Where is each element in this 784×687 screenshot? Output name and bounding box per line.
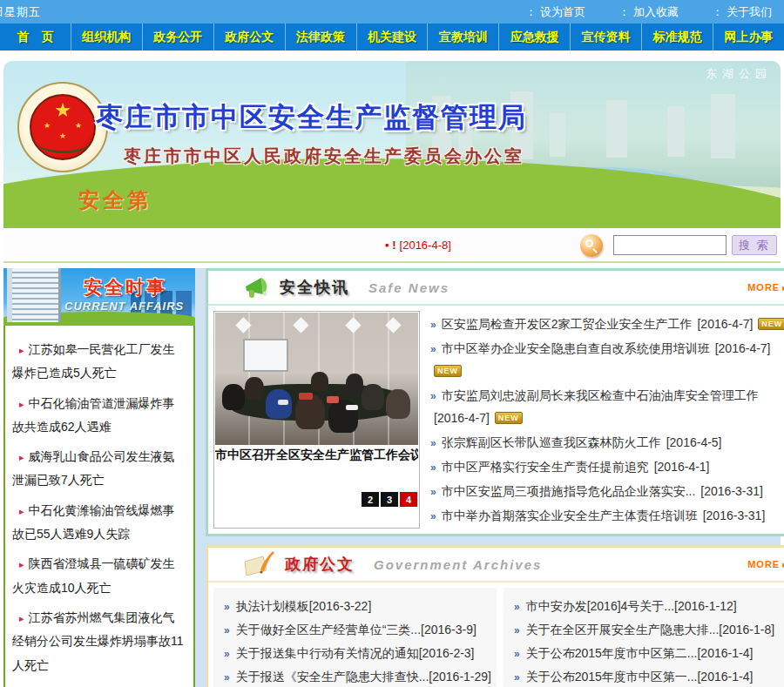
doc-link[interactable]: 关于在全区开展安全生产隐患大排... [526,623,720,636]
search-button[interactable]: 搜 索 [732,235,777,255]
list-item[interactable]: ▸中石化黄潍输油管线爆燃事故已55人遇难9人失踪 [12,499,186,547]
doc-link[interactable]: 关于做好全区生产经营单位“三类... [236,623,421,636]
news-link[interactable]: 市中区安监局三项措施指导危化品企业落实安... [442,484,696,498]
topbar-links: ：设为首页 ：加入收藏 ：关于我们 [525,4,772,20]
pager-button[interactable]: 2 [362,492,379,507]
news-date: [2016-4-7] [697,317,753,331]
nav-item-education-training[interactable]: 宣教培训 [428,24,499,51]
pager-button[interactable]: 3 [381,492,398,507]
nav-item-emergency-rescue[interactable]: 应急救援 [499,24,571,51]
nav-item-gov-affairs[interactable]: 政务公开 [143,24,214,51]
news-link[interactable]: 江苏如皋一民营化工厂发生爆炸已造成5人死亡 [12,342,175,380]
list-item[interactable]: »关于报送《安全生产隐患大排查快...[2016-1-29] [219,665,491,687]
list-item[interactable]: »关于做好全区生产经营单位“三类...[2016-3-9] [219,618,491,642]
list-item[interactable]: ▸陕西省澄城县一硫磺矿发生火灾造成10人死亡 [12,552,186,600]
bullet-icon: » [514,648,520,660]
list-item[interactable]: »关于在全区开展安全生产隐患大排...[2016-1-8] [509,618,784,642]
list-item[interactable]: »区安监局检查开发区2家工贸企业安全生产工作[2016-4-7]NEW [429,313,784,335]
main-column: 安全快讯 Safe News MORE▸ [206,268,784,687]
list-item[interactable]: ▸江苏省苏州燃气集团液化气经销分公司发生爆炸坍塌事故11人死亡 [12,606,186,677]
news-link[interactable]: 中石化输油管道泄漏爆炸事故共造成62人遇难 [12,396,175,434]
list-item[interactable]: »市中安办发[2016]4号关于...[2016-1-12] [509,595,784,618]
safe-news-body: 2 3 4 市中区召开全区安全生产监管工作会议 »区安监局检查开发区2家工贸企业… [208,306,784,534]
doc-link[interactable]: 关于公布2015年度市中区第一... [526,670,698,684]
main-nav: 首 页 组织机构 政务公开 政府公文 法律政策 机关建设 宣教培训 应急救援 宣… [0,24,784,51]
doc-link[interactable]: 关于报送《安全生产隐患大排查快... [236,670,429,684]
about-us-link[interactable]: ：关于我们 [712,4,772,20]
list-item[interactable]: »执法计划模板[2016-3-22] [219,595,491,618]
bullet-icon: ▸ [19,452,24,462]
more-link[interactable]: MORE▸ [747,282,784,293]
safe-news-panel: 安全快讯 Safe News MORE▸ [206,268,784,536]
banner: 东湖公园 ★ ★ ★ ★ 枣庄市市中区安全生产监督管理局 枣庄市市中区人民政府安… [3,61,781,228]
search-input[interactable] [613,235,727,255]
search-icon[interactable] [580,234,603,257]
list-item[interactable]: »关于公布2015年度市中区第二...[2016-1-4] [509,642,784,665]
star-icon: ★ [44,122,51,130]
list-item[interactable]: »市中区安监局三项措施指导危化品企业落实安...[2016-3-31] [429,480,784,502]
news-ticker[interactable]: ▪ ![2016-4-8] [385,239,451,252]
doc-date: [2016-1-4] [697,670,753,684]
list-item[interactable]: »市中举办首期落实企业安全生产主体责任培训班[2016-3-31] [429,504,784,527]
photo-slideshow[interactable]: 2 3 4 市中区召开全区安全生产监管工作会议 [213,311,420,529]
bullet-icon: ▸ [19,506,24,516]
add-favorites-link[interactable]: ：加入收藏 [618,4,679,20]
news-link[interactable]: 张宗辉副区长带队巡查我区森林防火工作 [442,435,661,449]
bullet-icon: » [430,437,436,449]
bullet-icon: ▸ [19,559,24,569]
meeting-photo [215,313,418,445]
banner-watermark: 东湖公园 [706,66,772,82]
doc-link[interactable]: 市中安办发[2016]4号关于... [526,599,674,613]
nav-item-home[interactable]: 首 页 [0,24,71,51]
photo-caption[interactable]: 市中区召开全区安全生产监管工作会议 [215,445,418,464]
news-link[interactable]: 区安监局检查开发区2家工贸企业安全生产工作 [442,317,693,331]
set-homepage-link[interactable]: ：设为首页 [525,4,585,20]
doc-link[interactable]: 执法计划模板 [236,599,309,613]
link-bullet-icon: ： [525,5,537,18]
more-label: MORE [747,559,780,569]
news-link[interactable]: 市中区严格实行安全生产责任提前追究 [442,460,649,474]
list-item[interactable]: »市中区严格实行安全生产责任提前追究[2016-4-1] [429,455,784,478]
content: 安全时事 CURRENT AFFAIRS ▸江苏如皋一民营化工厂发生爆炸已造成5… [3,268,781,687]
news-link[interactable]: 市中举办首期落实企业安全生产主体责任培训班 [442,509,698,522]
list-item[interactable]: ▸中石化输油管道泄漏爆炸事故共造成62人遇难 [12,392,186,440]
news-date: [2016-4-7] [434,411,490,425]
list-item[interactable]: »关于公布2015年度市中区第一...[2016-1-4] [509,665,784,687]
pager-button-active[interactable]: 4 [400,492,417,507]
news-link[interactable]: 陕西省澄城县一硫磺矿发生火灾造成10人死亡 [12,556,175,594]
magnifier-glass-icon [585,239,593,247]
list-item[interactable]: »市安监局刘忠波副局长来我区检查中石油油库安全管理工作[2016-4-7]NEW [429,384,784,429]
news-link[interactable]: 威海乳山食品公司发生液氨泄漏已致7人死亡 [12,449,175,487]
nav-item-gov-documents[interactable]: 政府公文 [214,24,286,51]
nav-item-publicity-materials[interactable]: 宣传资料 [571,24,642,51]
page: 日星期五 ：设为首页 ：加入收藏 ：关于我们 首 页 组织机构 政务公开 政府公… [0,0,784,687]
list-item[interactable]: ▸威海乳山食品公司发生液氨泄漏已致7人死亡 [12,445,186,493]
nav-item-organization[interactable]: 组织机构 [71,24,143,51]
news-link[interactable]: 市安监局刘忠波副局长来我区检查中石油油库安全管理工作 [442,388,759,402]
news-link[interactable]: 中石化黄潍输油管线爆燃事故已55人遇难9人失踪 [12,503,175,541]
more-link[interactable]: MORE▸ [747,559,784,570]
section-title: 政府公文 [285,554,355,575]
gov-archives-left-column: »执法计划模板[2016-3-22] »关于做好全区生产经营单位“三类...[2… [213,588,497,687]
list-item[interactable]: ▸江苏如皋一民营化工厂发生爆炸已造成5人死亡 [12,338,186,386]
news-date: [2016-3-31] [700,484,763,498]
bullet-icon: » [430,343,436,355]
nav-item-online-services[interactable]: 网上办事 [713,24,784,51]
list-item[interactable]: »关于报送集中行动有关情况的通知[2016-2-3] [219,642,491,665]
site-title: 枣庄市市中区安全生产监督管理局 [96,99,527,136]
doc-link[interactable]: 关于公布2015年度市中区第二... [526,646,698,660]
ticker-date: [2016-4-8] [400,239,451,252]
nav-item-standards[interactable]: 标准规范 [642,24,713,51]
list-item[interactable]: »张宗辉副区长带队巡查我区森林防火工作[2016-4-5] [429,431,784,454]
news-link[interactable]: 江苏省苏州燃气集团液化气经销分公司发生爆炸坍塌事故11人死亡 [12,610,184,672]
nav-item-laws-policies[interactable]: 法律政策 [286,24,357,51]
sidebar-title: 安全时事 [84,275,167,300]
bullet-icon: » [430,510,436,522]
list-item[interactable]: »市中区举办企业安全隐患自查自改系统使用培训班[2016-4-7]NEW [429,337,784,382]
news-link[interactable]: 市中区举办企业安全隐患自查自改系统使用培训班 [442,341,710,355]
section-subtitle: Safe News [368,280,449,295]
nav-item-agency-building[interactable]: 机关建设 [357,24,429,51]
safe-news-list: »区安监局检查开发区2家工贸企业安全生产工作[2016-4-7]NEW »市中区… [427,311,784,529]
section-subtitle: Government Archives [374,557,542,572]
doc-link[interactable]: 关于报送集中行动有关情况的通知 [236,646,419,660]
